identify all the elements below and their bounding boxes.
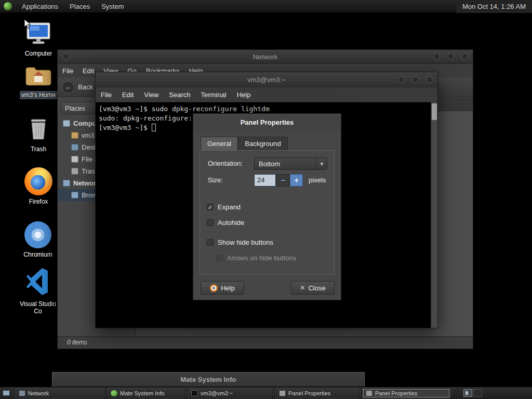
desktop-icon-firefox[interactable]: Firefox <box>16 167 61 206</box>
orientation-label: Orientation: <box>208 159 243 167</box>
places-combo-label: Places <box>65 104 85 112</box>
chevron-down-icon: ▾ <box>316 158 327 169</box>
sysinfo-title: Mate System Info <box>181 376 236 383</box>
orientation-value: Bottom <box>259 160 280 168</box>
checkbox-icon[interactable] <box>207 219 214 226</box>
maximize-button[interactable] <box>412 76 419 83</box>
menu-terminal[interactable]: Terminal <box>196 91 232 99</box>
bottom-panel: Network Mate System Info vm3@vm3:~ Panel… <box>0 387 532 399</box>
terminal-menubar: File Edit View Search Terminal Help <box>96 87 437 102</box>
menu-edit[interactable]: Edit <box>117 91 139 99</box>
task-terminal[interactable]: vm3@vm3:~ <box>188 388 272 398</box>
chromium-icon <box>24 221 51 248</box>
task-network[interactable]: Network <box>15 388 103 398</box>
computer-icon <box>16 22 61 47</box>
size-input[interactable]: 24 <box>254 174 276 187</box>
help-button[interactable]: Help <box>201 281 244 295</box>
maximize-button[interactable] <box>447 53 454 60</box>
checkbox-icon[interactable] <box>207 239 214 246</box>
desktop-mini-icon <box>71 144 78 151</box>
show-hide-buttons-checkbox[interactable]: Show hide buttons <box>207 238 273 246</box>
desktop-icon-label: Firefox <box>28 197 50 206</box>
back-button[interactable]: ← Back <box>62 81 93 94</box>
desktop-icon-label: Trash <box>29 145 48 153</box>
desktop-icon-trash[interactable]: Trash <box>16 116 61 153</box>
desktop-icon-label: Chromium <box>22 250 54 259</box>
close-button[interactable] <box>426 76 433 83</box>
network-mini-icon <box>63 180 70 187</box>
orientation-dropdown[interactable]: Bottom ▾ <box>254 157 327 170</box>
help-icon <box>210 284 218 292</box>
desktop-icon-home[interactable]: vm3's Home <box>16 65 61 99</box>
expand-checkbox[interactable]: ✓ Expand <box>207 203 241 211</box>
top-panel: Applications Places System Mon Oct 14, 1… <box>0 0 532 13</box>
tab-background[interactable]: Background <box>238 137 287 150</box>
size-unit-label: pixels <box>309 176 326 184</box>
menu-help[interactable]: Help <box>232 91 256 99</box>
dialog-titlebar[interactable]: Panel Properties <box>193 114 341 131</box>
firefox-icon <box>24 167 52 195</box>
menu-search[interactable]: Search <box>164 91 195 99</box>
desktop-icon-label: Visual Studio Co <box>15 300 61 315</box>
terminal-title: vm3@vm3:~ <box>247 76 286 84</box>
desktop-icon-chromium[interactable]: Chromium <box>15 221 61 259</box>
close-button[interactable]: ✕ Close <box>291 281 335 295</box>
workspace-switcher <box>463 389 482 397</box>
checkbox-icon <box>216 255 223 261</box>
workspace-2[interactable] <box>473 389 482 397</box>
workspace-1[interactable] <box>463 389 472 397</box>
workspace-window-thumb <box>466 391 468 395</box>
sysinfo-titlebar[interactable]: Mate System Info <box>52 373 364 387</box>
close-button[interactable] <box>461 53 468 60</box>
autohide-checkbox[interactable]: Autohide <box>207 219 244 227</box>
arrows-on-hide-buttons-checkbox: Arrows on hide buttons <box>216 254 296 262</box>
window-icon <box>19 390 25 396</box>
window-icon <box>279 390 286 396</box>
menu-applications[interactable]: Applications <box>16 0 64 13</box>
network-statusbar: 0 items <box>58 336 473 349</box>
desktop-icon-label: Computer <box>23 49 54 58</box>
show-desktop-button[interactable] <box>0 387 12 399</box>
scrollbar-thumb[interactable] <box>432 103 437 120</box>
item-count: 0 items <box>67 339 87 346</box>
menu-places[interactable]: Places <box>64 0 96 13</box>
menu-view[interactable]: View <box>139 91 164 99</box>
minimize-button[interactable] <box>398 76 405 83</box>
panel-separator <box>360 389 361 398</box>
task-mate-system-info[interactable]: Mate System Info <box>107 388 184 398</box>
mate-menu-icon[interactable] <box>4 2 12 10</box>
menu-system[interactable]: System <box>96 0 129 13</box>
close-icon: ✕ <box>300 284 305 291</box>
desktop-icon-label: vm3's Home <box>20 91 57 99</box>
clock-applet[interactable]: Mon Oct 14, 1:26 AM <box>456 0 532 13</box>
desktop-icon-computer[interactable]: Computer <box>16 22 61 58</box>
folder-icon <box>71 132 78 139</box>
network-window-titlebar[interactable]: Network <box>58 50 473 64</box>
back-arrow-icon: ← <box>62 81 74 94</box>
home-folder-icon <box>16 65 61 89</box>
tab-general[interactable]: General <box>201 137 238 150</box>
panel-separator <box>185 389 186 398</box>
task-panel-properties-1[interactable]: Panel Properties <box>275 388 358 398</box>
window-icon <box>111 390 117 396</box>
minimize-button[interactable] <box>433 53 440 60</box>
mouse-cursor <box>24 19 31 29</box>
menu-file[interactable]: File <box>96 91 117 99</box>
terminal-titlebar[interactable]: vm3@vm3:~ <box>96 72 437 87</box>
size-increment-button[interactable]: + <box>290 174 303 187</box>
network-window-title: Network <box>253 53 278 61</box>
trash-mini-icon <box>71 168 78 175</box>
task-panel-properties-2[interactable]: Panel Properties <box>362 388 450 398</box>
computer-mini-icon <box>63 120 70 127</box>
size-decrement-button[interactable]: − <box>276 174 289 187</box>
show-desktop-icon <box>3 390 10 396</box>
checkbox-icon[interactable]: ✓ <box>207 204 214 210</box>
desktop-icon-vscode[interactable]: Visual Studio Co <box>15 267 61 315</box>
panel-separator <box>13 389 14 398</box>
terminal-icon <box>191 390 198 396</box>
menu-file[interactable]: File <box>58 67 78 75</box>
window-menu-button[interactable] <box>62 53 69 60</box>
size-label: Size: <box>208 176 223 184</box>
terminal-cursor <box>152 124 156 131</box>
terminal-scrollbar[interactable] <box>431 102 437 328</box>
